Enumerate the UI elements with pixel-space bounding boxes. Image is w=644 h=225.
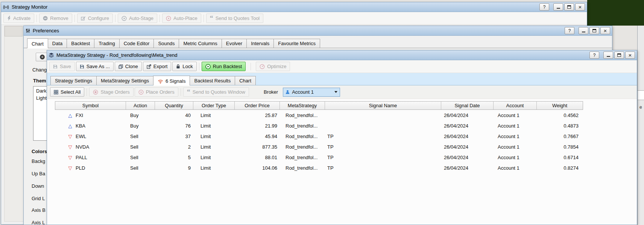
action-cell: Sell [126, 155, 155, 160]
maximize-button[interactable] [614, 52, 624, 59]
run-backtest-label: Run Backtest [213, 64, 242, 69]
colors-section-label: Colors [32, 149, 47, 154]
signal-row-PALL[interactable]: ▽PALLSell5Limit88.01Rod_trendfol...TP26/… [55, 152, 637, 163]
tab-intervals[interactable]: Intervals [246, 39, 274, 48]
save-icon [53, 64, 58, 69]
account-cell: Account 1 [493, 144, 536, 150]
send-to-quotes-tool-button: “ Send to Quotes Tool [206, 14, 264, 23]
weight-cell: 0.8274 [536, 165, 582, 171]
metastrategy-window: MetaStrategy Strategy - Rod_trendfollowi… [47, 50, 637, 225]
tab-favourite-metrics[interactable]: Favourite Metrics [273, 39, 320, 48]
configure-icon [81, 16, 86, 21]
column-header-order_type[interactable]: Order Type [193, 102, 235, 109]
tab-trading[interactable]: Trading [94, 39, 120, 48]
close-button[interactable] [600, 27, 610, 34]
configure-button: Configure [77, 14, 113, 23]
help-button[interactable]: ? [589, 52, 599, 59]
signals-toolbar: Select All Stage Orders Place Orders “ S… [47, 85, 637, 99]
tab-metastrategy-settings[interactable]: MetaStrategy Settings [96, 76, 153, 85]
tab-data[interactable]: Data [48, 39, 67, 48]
signal_date-cell: 26/04/2024 [441, 155, 493, 160]
signal-row-EWL[interactable]: ▽EWLSell37Limit45.94Rod_trendfol...TP26/… [55, 131, 637, 141]
preferences-titlebar[interactable]: Preferences ? [24, 26, 612, 36]
symbol-label: FXI [76, 113, 83, 118]
signal-row-FXI[interactable]: △FXIBuy40Limit25.87Rod_trendfol...26/04/… [55, 110, 637, 120]
signals-table-rows: △FXIBuy40Limit25.87Rod_trendfol...26/04/… [55, 110, 637, 173]
maximize-button[interactable] [564, 3, 574, 11]
metastrategy-titlebar[interactable]: MetaStrategy Strategy - Rod_trendfollowi… [47, 50, 637, 60]
signal_date-cell: 26/04/2024 [441, 123, 493, 129]
save-as-button[interactable]: Save As ... [76, 62, 114, 71]
select-all-button[interactable]: Select All [50, 87, 84, 97]
auto-stage-button: Auto-Stage [118, 14, 157, 23]
column-header-signal_name[interactable]: Signal Name [325, 102, 441, 109]
toolbar-separator [115, 15, 115, 22]
help-button[interactable]: ? [539, 3, 549, 11]
order_type-cell: Limit [193, 123, 234, 129]
signal-row-PLD[interactable]: ▽PLDSell9Limit104.06Rod_trendfol...TP26/… [55, 163, 637, 173]
window-controls: ? [589, 52, 635, 59]
tab-backtest-results[interactable]: Backtest Results [190, 76, 235, 85]
close-icon [604, 28, 607, 34]
tab-signals[interactable]: 6 Signals [153, 76, 190, 85]
toolbar-separator [87, 88, 87, 96]
auto-place-button: Auto-Place [162, 14, 201, 23]
quantity-cell: 37 [155, 134, 193, 139]
account-cell: Account 1 [493, 134, 536, 139]
help-button[interactable]: ? [565, 27, 574, 34]
column-header-order_price[interactable]: Order Price [235, 102, 280, 109]
run-backtest-button[interactable]: Run Backtest [202, 62, 246, 71]
order_price-cell: 104.06 [234, 165, 279, 171]
signal-row-NVDA[interactable]: ▽NVDASell2Limit877.35Rod_trendfol...TP26… [55, 141, 637, 152]
signals-wifi-icon [158, 79, 163, 84]
tab-strategy-settings[interactable]: Strategy Settings [50, 76, 97, 85]
minimize-button[interactable] [553, 3, 563, 11]
desktop-wallpaper [587, 0, 644, 26]
broker-combobox[interactable]: Account 1 [283, 88, 340, 97]
minimize-icon [557, 8, 560, 9]
strategy-monitor-titlebar[interactable]: Strategy Monitor ? [1, 2, 587, 12]
tab-evolver[interactable]: Evolver [222, 39, 247, 48]
column-header-metastrategy[interactable]: MetaStrategy [280, 102, 325, 109]
maximize-button[interactable] [589, 27, 599, 34]
tab-chart[interactable]: Chart [235, 76, 256, 85]
close-button[interactable] [625, 52, 635, 59]
column-header-signal_date[interactable]: Signal Date [441, 102, 494, 109]
column-header-action[interactable]: Action [126, 102, 155, 109]
lock-button[interactable]: Lock [172, 62, 196, 71]
column-header-quantity[interactable]: Quantity [155, 102, 193, 109]
auto-place-label: Auto-Place [173, 15, 197, 21]
down-triangle-icon: ▽ [67, 165, 73, 171]
quantity-cell: 9 [155, 165, 193, 171]
tab-backtest[interactable]: Backtest [67, 39, 94, 48]
column-header-account[interactable]: Account [494, 102, 537, 109]
signal-row-KBA[interactable]: △KBABuy76Limit21.99Rod_trendfol...26/04/… [55, 120, 637, 131]
account-cell: Account 1 [493, 113, 536, 118]
column-header-weight[interactable]: Weight [537, 102, 583, 109]
symbol-label: KBA [76, 123, 85, 129]
optimize-button: Optimize [256, 62, 290, 71]
column-header-symbol[interactable]: Symbol [55, 102, 126, 109]
weight-cell: 0.7667 [536, 134, 582, 139]
clone-button[interactable]: Clone [115, 62, 142, 71]
close-button[interactable] [575, 3, 585, 11]
minimize-button[interactable] [579, 27, 588, 34]
weight-cell: 0.6714 [536, 155, 582, 160]
signals-panel: Select All Stage Orders Place Orders “ S… [47, 85, 637, 225]
tab-code-editor[interactable]: Code Editor [119, 39, 154, 48]
tab-metric-columns[interactable]: Metric Columns [179, 39, 222, 48]
tab-chart[interactable]: Chart [27, 38, 48, 48]
export-button[interactable]: Export [143, 62, 172, 71]
desktop: e Strategy Monitor ? Activate Remove [0, 0, 644, 225]
tab-sounds[interactable]: Sounds [153, 39, 179, 48]
stage-orders-icon [93, 90, 98, 95]
color-label-background: Backg [32, 158, 45, 164]
minimize-button[interactable] [603, 52, 613, 59]
activate-icon [7, 16, 11, 21]
signal_date-cell: 26/04/2024 [441, 134, 493, 139]
export-label: Export [153, 64, 168, 69]
color-label-up-bar: Up Ba [32, 171, 45, 176]
symbol-cell: ▽PLD [55, 165, 126, 171]
place-orders-label: Place Orders [146, 89, 175, 95]
toolbar-separator [204, 15, 204, 22]
